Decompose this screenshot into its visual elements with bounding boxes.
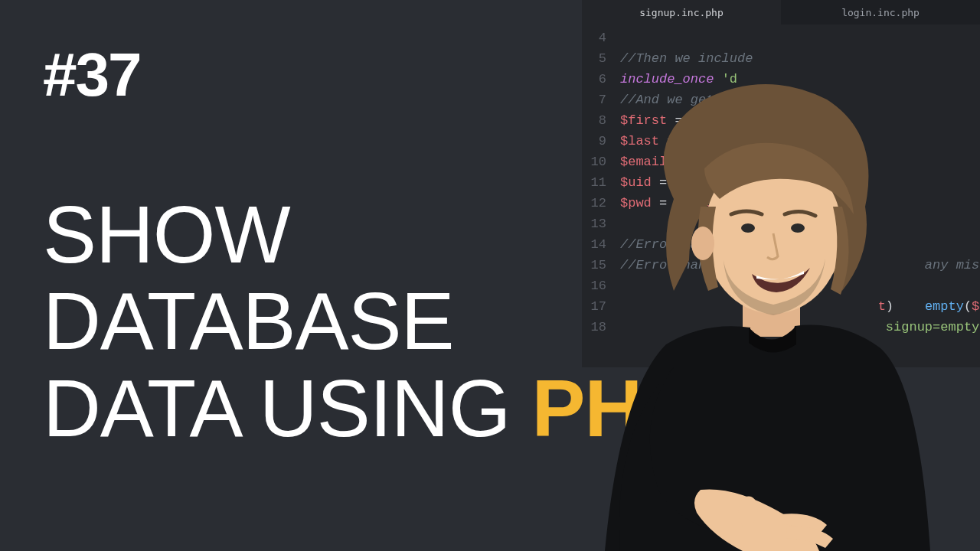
line-number: 6: [582, 69, 620, 90]
line-number: 11: [582, 172, 620, 193]
line-number: 4: [582, 28, 620, 48]
code-line: 4: [582, 28, 980, 48]
code-line: 17 t) empty($ema: [582, 296, 980, 317]
episode-number: #37: [43, 40, 140, 110]
code-content: t) empty($ema: [620, 296, 980, 317]
code-content: $last = $_PO: [620, 131, 980, 152]
line-number: 5: [582, 48, 620, 69]
line-number: 15: [582, 255, 620, 276]
code-line: 11$uid = $_POS: [582, 172, 980, 193]
line-number: 17: [582, 296, 620, 317]
line-number: 9: [582, 131, 620, 152]
title-accent: PHP: [532, 364, 695, 453]
code-content: $pwd = $_POS: [620, 193, 980, 214]
code-line: 10$email = $_P: [582, 152, 980, 172]
code-line: 7//And we get: [582, 90, 980, 110]
line-number: 16: [582, 276, 620, 296]
code-editor-panel: signup.inc.phplogin.inc.php 45//Then we …: [582, 0, 980, 367]
code-line: 8$first = $_P: [582, 110, 980, 131]
line-number: 13: [582, 214, 620, 234]
code-line: 16: [582, 276, 980, 296]
code-content: signup=empty": [620, 317, 980, 337]
code-content: $email = $_P: [620, 152, 980, 172]
line-number: 7: [582, 90, 620, 110]
code-line: 18 signup=empty": [582, 317, 980, 337]
code-content: $first = $_P: [620, 110, 980, 131]
line-number: 18: [582, 317, 620, 337]
editor-tab-1[interactable]: login.inc.php: [781, 0, 980, 24]
code-line: 14//Error han: [582, 234, 980, 255]
code-line: 9$last = $_PO: [582, 131, 980, 152]
line-number: 8: [582, 110, 620, 131]
code-line: 5//Then we include: [582, 48, 980, 69]
title-line-3: DATA USING PHP: [43, 365, 694, 452]
code-content: include_once 'd: [620, 69, 980, 90]
line-number: 14: [582, 234, 620, 255]
editor-tab-0[interactable]: signup.inc.php: [582, 0, 781, 24]
code-content: //Error handl any mis: [620, 255, 980, 276]
editor-tabs: signup.inc.phplogin.inc.php: [582, 0, 980, 24]
code-line: 13: [582, 214, 980, 234]
code-content: //Then we include: [620, 48, 980, 69]
code-line: 12$pwd = $_POS: [582, 193, 980, 214]
code-content: [620, 276, 980, 296]
code-content: //And we get: [620, 90, 980, 110]
code-line: 6include_once 'd: [582, 69, 980, 90]
line-number: 12: [582, 193, 620, 214]
line-number: 10: [582, 152, 620, 172]
code-line: 15//Error handl any mis: [582, 255, 980, 276]
code-content: [620, 28, 980, 48]
code-content: //Error han: [620, 234, 980, 255]
code-area: 45//Then we include6include_once 'd7//An…: [582, 24, 980, 341]
code-content: [620, 214, 980, 234]
code-content: $uid = $_POS: [620, 172, 980, 193]
